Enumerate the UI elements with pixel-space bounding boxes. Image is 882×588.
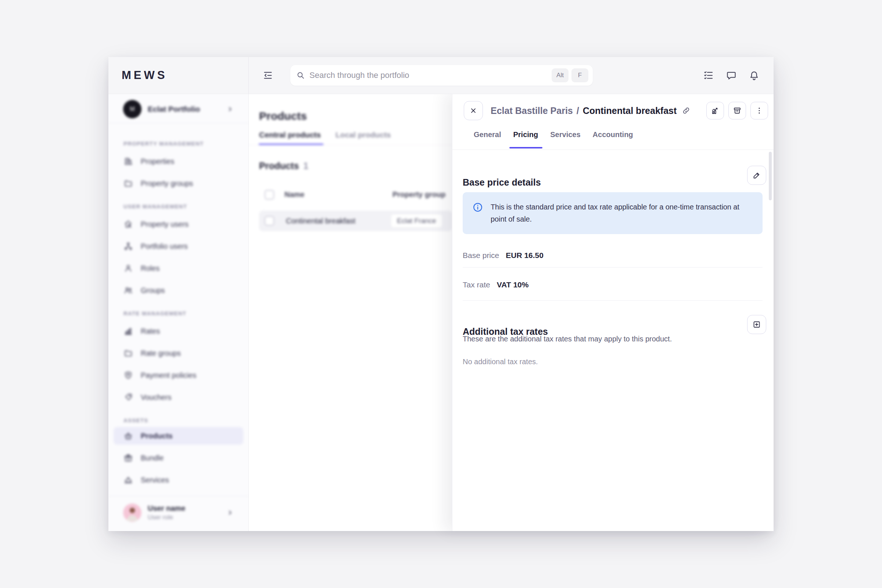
analytics-button[interactable] bbox=[706, 102, 724, 119]
scrollbar-thumb[interactable] bbox=[769, 152, 772, 200]
tab-general[interactable]: General bbox=[474, 130, 501, 139]
chevron-right-icon bbox=[226, 509, 234, 516]
notifications-button[interactable] bbox=[748, 70, 760, 81]
home-user-icon bbox=[123, 219, 133, 229]
portfolio-switcher[interactable]: M Eclat Portfolio bbox=[108, 96, 248, 122]
tab-central-products[interactable]: Central products bbox=[259, 130, 321, 139]
tasks-button[interactable] bbox=[703, 70, 714, 81]
sidebar-item-roles[interactable]: Roles bbox=[108, 257, 248, 279]
sidebar-item-rates[interactable]: Rates bbox=[108, 320, 248, 342]
analytics-icon bbox=[711, 106, 720, 115]
basket-icon bbox=[123, 431, 133, 441]
sidebar: M Eclat Portfolio PROPERTY MANAGEMENT bbox=[108, 94, 249, 531]
breadcrumb: Eclat Bastille Paris / Continental break… bbox=[490, 101, 690, 120]
section-label-assets: ASSETS bbox=[123, 417, 248, 423]
archive-button[interactable] bbox=[728, 102, 746, 119]
close-drawer-button[interactable] bbox=[464, 101, 483, 120]
field-value: VAT 10% bbox=[497, 280, 529, 289]
sidebar-item-portfolio-users[interactable]: Portfolio users bbox=[108, 235, 248, 257]
sidebar-item-label: Rate groups bbox=[141, 349, 181, 358]
search-bar: Alt F bbox=[290, 65, 593, 86]
row-checkbox[interactable] bbox=[265, 216, 274, 226]
active-tab-underline bbox=[509, 147, 542, 148]
products-panel: Products Central products Local products… bbox=[249, 94, 452, 531]
sidebar-toggle-icon bbox=[262, 70, 273, 81]
products-tabs: Central products Local products bbox=[259, 130, 391, 139]
link-icon[interactable] bbox=[682, 106, 690, 115]
search-input[interactable] bbox=[309, 70, 549, 81]
sidebar-item-label: Vouchers bbox=[141, 393, 171, 402]
base-price-field: Base price EUR 16.50 bbox=[463, 251, 543, 260]
add-tax-rate-button[interactable] bbox=[747, 315, 766, 334]
messages-button[interactable] bbox=[726, 70, 737, 81]
drawer-actions bbox=[706, 102, 768, 119]
user-icon bbox=[123, 264, 133, 273]
sidebar-item-label: Services bbox=[141, 476, 169, 484]
list-count: 1 bbox=[303, 160, 308, 171]
product-name: Continental breakfast bbox=[286, 217, 356, 225]
folder-icon bbox=[123, 348, 133, 358]
breadcrumb-separator: / bbox=[577, 105, 579, 116]
tab-local-products[interactable]: Local products bbox=[336, 130, 391, 139]
user-menu[interactable]: User name User role bbox=[108, 497, 248, 528]
building-icon bbox=[123, 156, 133, 166]
plus-square-icon bbox=[752, 320, 761, 329]
users-icon bbox=[123, 285, 133, 295]
portfolio-avatar: M bbox=[123, 100, 141, 118]
pencil-icon bbox=[752, 171, 761, 180]
sidebar-item-label: Groups bbox=[141, 286, 165, 295]
sidebar-item-services[interactable]: Services bbox=[108, 469, 248, 491]
sidebar-item-property-groups[interactable]: Property groups bbox=[108, 172, 248, 194]
table-row[interactable]: Continental breakfast Eclat France bbox=[259, 211, 452, 231]
info-banner-text: This is the standard price and tax rate … bbox=[490, 201, 752, 225]
field-value: EUR 16.50 bbox=[506, 251, 543, 260]
sidebar-user-divider bbox=[108, 496, 248, 496]
edit-base-price-button[interactable] bbox=[747, 166, 766, 185]
top-bar: MEWS Alt F bbox=[108, 57, 774, 94]
tax-rate-field: Tax rate VAT 10% bbox=[463, 280, 528, 289]
tab-services[interactable]: Services bbox=[550, 130, 580, 139]
detail-tabs: General Pricing Services Accounting bbox=[474, 130, 633, 139]
sidebar-item-label: Properties bbox=[141, 157, 174, 166]
close-icon bbox=[469, 106, 477, 115]
mews-logo: MEWS bbox=[122, 57, 167, 94]
shortcut-key-alt: Alt bbox=[552, 68, 568, 82]
sidebar-item-label: Roles bbox=[141, 264, 159, 273]
section-divider bbox=[463, 300, 763, 301]
sidebar-item-label: Portfolio users bbox=[141, 242, 188, 250]
sidebar-item-bundle[interactable]: Bundle bbox=[108, 447, 248, 469]
sidebar-item-payment-policies[interactable]: Payment policies bbox=[108, 364, 248, 386]
more-options-button[interactable] bbox=[750, 102, 768, 119]
user-meta: User name User role bbox=[148, 504, 220, 521]
select-all-checkbox[interactable] bbox=[265, 190, 274, 200]
sidebar-item-property-users[interactable]: Property users bbox=[108, 213, 248, 235]
sidebar-item-vouchers[interactable]: Vouchers bbox=[108, 386, 248, 408]
sidebar-item-label: Property groups bbox=[141, 179, 193, 188]
info-icon bbox=[472, 202, 483, 213]
tab-accounting[interactable]: Accounting bbox=[593, 130, 633, 139]
shield-icon bbox=[123, 370, 133, 380]
section-label-user-management: USER MANAGEMENT bbox=[123, 203, 248, 210]
field-divider bbox=[463, 267, 763, 267]
sidebar-toggle-button[interactable] bbox=[260, 67, 276, 83]
sidebar-item-properties[interactable]: Properties bbox=[108, 150, 248, 172]
tab-pricing[interactable]: Pricing bbox=[513, 130, 538, 139]
breadcrumb-parent[interactable]: Eclat Bastille Paris bbox=[490, 105, 573, 116]
gift-icon bbox=[123, 453, 133, 463]
base-price-section-title: Base price details bbox=[463, 177, 541, 188]
section-label-rate-management: RATE MANAGEMENT bbox=[123, 310, 248, 316]
chevron-right-icon bbox=[226, 105, 234, 113]
field-label: Base price bbox=[463, 251, 499, 260]
chat-bubble-icon bbox=[726, 70, 737, 81]
page-title: Products bbox=[259, 110, 307, 122]
cloche-icon bbox=[123, 475, 133, 485]
sidebar-item-groups[interactable]: Groups bbox=[108, 279, 248, 302]
folder-icon bbox=[123, 178, 133, 188]
sidebar-item-products[interactable]: Products bbox=[114, 427, 243, 445]
breadcrumb-current: Continental breakfast bbox=[583, 105, 677, 116]
app-window: MEWS Alt F bbox=[108, 57, 774, 531]
search-icon bbox=[296, 71, 305, 80]
sidebar-item-rate-groups[interactable]: Rate groups bbox=[108, 342, 248, 364]
topbar-actions bbox=[703, 57, 760, 94]
sidebar-item-label: Products bbox=[141, 432, 173, 440]
